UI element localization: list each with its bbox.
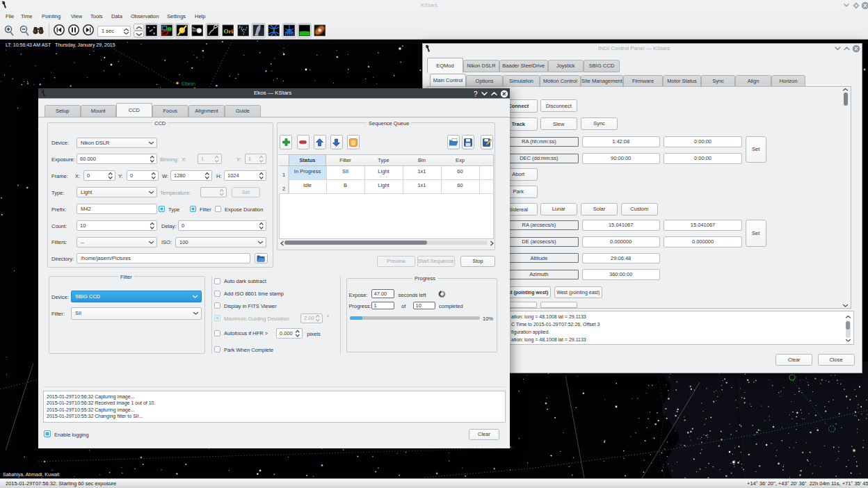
svg-text:Ori: Ori: [224, 28, 234, 35]
svg-text:?: ?: [474, 90, 478, 97]
